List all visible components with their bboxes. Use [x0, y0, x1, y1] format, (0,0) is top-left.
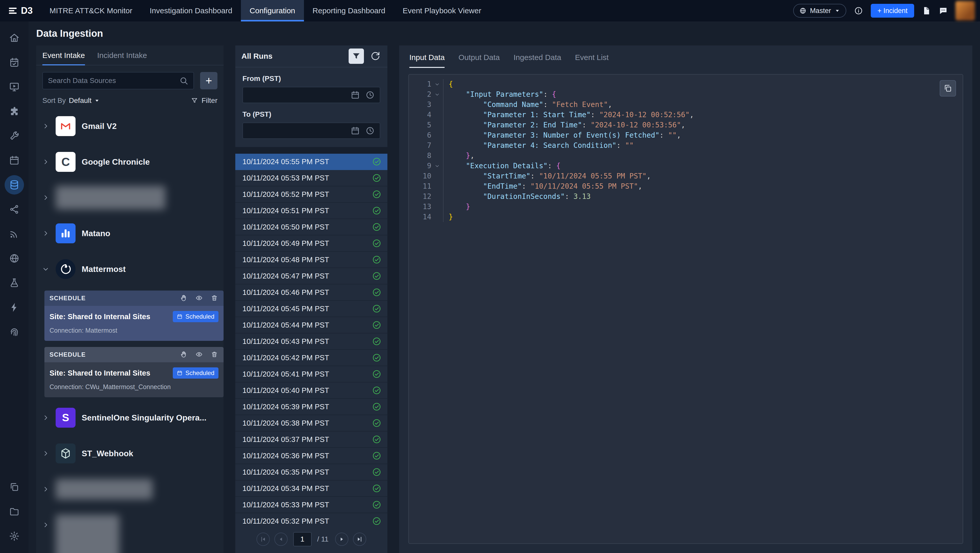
run-row[interactable]: 10/11/2024 05:42 PM PST	[235, 350, 387, 366]
nav-item-configuration[interactable]: Configuration	[241, 0, 304, 21]
tab-output-data[interactable]: Output Data	[458, 53, 500, 68]
from-datetime-input[interactable]	[242, 87, 380, 103]
data-source-row[interactable]	[39, 511, 224, 539]
environment-selector[interactable]: Master	[793, 4, 846, 18]
run-row[interactable]: 10/11/2024 05:32 PM PST	[235, 513, 387, 526]
rail-item-share-nodes[interactable]	[5, 200, 24, 219]
tab-incident-intake[interactable]: Incident Intake	[97, 51, 147, 65]
data-source-row[interactable]	[39, 183, 224, 212]
rail-item-gear[interactable]	[5, 526, 24, 546]
run-row[interactable]: 10/11/2024 05:49 PM PST	[235, 235, 387, 252]
rail-item-puzzle[interactable]	[5, 102, 24, 121]
run-row[interactable]: 10/11/2024 05:39 PM PST	[235, 399, 387, 415]
first-page-button[interactable]	[256, 532, 270, 546]
last-page-button[interactable]	[353, 532, 366, 546]
nav-item-investigation-dashboard[interactable]: Investigation Dashboard	[141, 0, 241, 21]
rail-item-database[interactable]	[5, 175, 24, 194]
rail-item-home[interactable]	[5, 28, 24, 48]
data-source-row[interactable]	[39, 475, 224, 504]
rail-item-fingerprint[interactable]	[5, 322, 24, 342]
info-icon[interactable]	[854, 6, 863, 15]
clock-icon[interactable]	[366, 126, 375, 135]
rail-item-tools[interactable]	[5, 126, 24, 145]
schedule-site-title: Site: Shared to Internal Sites	[49, 369, 150, 377]
chat-icon[interactable]	[939, 6, 948, 15]
run-row[interactable]: 10/11/2024 05:37 PM PST	[235, 432, 387, 448]
new-incident-button[interactable]: + Incident	[871, 4, 914, 18]
rail-item-broadcast[interactable]	[5, 224, 24, 244]
search-data-sources-box[interactable]	[42, 72, 194, 89]
fold-chevron-icon[interactable]	[431, 161, 444, 171]
nav-item-reporting-dashboard[interactable]: Reporting Dashboard	[304, 0, 394, 21]
schedule-action-hand[interactable]	[180, 351, 188, 359]
tab-event-intake[interactable]: Event Intake	[42, 51, 85, 65]
run-row[interactable]: 10/11/2024 05:53 PM PST	[235, 170, 387, 186]
add-data-source-button[interactable]: +	[200, 72, 218, 89]
run-row[interactable]: 10/11/2024 05:55 PM PST	[235, 154, 387, 170]
calendar-icon[interactable]	[351, 90, 360, 100]
refresh-button[interactable]	[370, 51, 381, 62]
data-source-row[interactable]: SSentinelOne Singularity Opera...	[39, 403, 224, 432]
run-row[interactable]: 10/11/2024 05:52 PM PST	[235, 186, 387, 203]
rail-item-flask[interactable]	[5, 273, 24, 293]
data-source-name: ST_Webhook	[82, 449, 133, 458]
rail-item-calendar[interactable]	[5, 151, 24, 170]
data-source-row[interactable]: Mattermost	[39, 255, 224, 284]
run-row[interactable]: 10/11/2024 05:46 PM PST	[235, 284, 387, 301]
data-source-row[interactable]: ST_Webhook	[39, 439, 224, 468]
copy-code-button[interactable]	[940, 80, 956, 97]
schedule-action-trash[interactable]	[211, 351, 218, 359]
calendar-icon[interactable]	[351, 126, 360, 135]
run-row[interactable]: 10/11/2024 05:40 PM PST	[235, 382, 387, 399]
schedule-action-eye[interactable]	[196, 351, 203, 359]
run-timestamp: 10/11/2024 05:42 PM PST	[242, 354, 329, 362]
previous-page-button[interactable]	[274, 532, 288, 546]
run-row[interactable]: 10/11/2024 05:34 PM PST	[235, 480, 387, 497]
schedule-action-hand[interactable]	[180, 294, 188, 302]
rail-item-calendar-check[interactable]	[5, 53, 24, 72]
schedule-action-eye[interactable]	[196, 294, 203, 302]
data-source-row[interactable]: CGoogle Chronicle	[39, 148, 224, 176]
nav-item-event-playbook-viewer[interactable]: Event Playbook Viewer	[394, 0, 490, 21]
clock-icon[interactable]	[366, 90, 375, 100]
data-source-row[interactable]: Matano	[39, 219, 224, 248]
run-row[interactable]: 10/11/2024 05:44 PM PST	[235, 317, 387, 333]
run-row[interactable]: 10/11/2024 05:47 PM PST	[235, 268, 387, 284]
rail-item-bolt[interactable]	[5, 298, 24, 317]
run-row[interactable]: 10/11/2024 05:51 PM PST	[235, 203, 387, 219]
run-row[interactable]: 10/11/2024 05:45 PM PST	[235, 301, 387, 317]
user-avatar[interactable]	[956, 1, 975, 21]
tab-event-list[interactable]: Event List	[575, 53, 609, 68]
run-row[interactable]: 10/11/2024 05:38 PM PST	[235, 415, 387, 432]
tab-ingested-data[interactable]: Ingested Data	[514, 53, 561, 68]
fold-chevron-icon[interactable]	[431, 79, 444, 89]
rail-item-globe[interactable]	[5, 249, 24, 268]
fold-chevron-icon[interactable]	[431, 89, 444, 100]
schedule-card[interactable]: SCHEDULESite: Shared to Internal SitesSc…	[45, 347, 224, 397]
rail-item-folder[interactable]	[5, 502, 24, 521]
schedule-action-trash[interactable]	[211, 294, 218, 302]
search-input[interactable]	[48, 76, 175, 85]
sort-by-value[interactable]: Default	[69, 97, 100, 105]
data-source-row[interactable]: Gmail V2	[39, 112, 224, 140]
nav-item-mitre-attck-monitor[interactable]: MITRE ATT&CK Monitor	[41, 0, 141, 21]
run-row[interactable]: 10/11/2024 05:48 PM PST	[235, 252, 387, 268]
d3-logo-icon	[8, 6, 18, 15]
runs-filter-button[interactable]	[348, 48, 364, 64]
schedule-card[interactable]: SCHEDULESite: Shared to Internal SitesSc…	[45, 290, 224, 341]
next-page-button[interactable]	[335, 532, 348, 546]
to-datetime-input[interactable]	[242, 123, 380, 139]
run-row[interactable]: 10/11/2024 05:41 PM PST	[235, 366, 387, 382]
tab-input-data[interactable]: Input Data	[409, 53, 445, 68]
run-row[interactable]: 10/11/2024 05:35 PM PST	[235, 464, 387, 480]
page-number-input[interactable]	[293, 532, 312, 547]
rail-item-monitor-play[interactable]	[5, 77, 24, 97]
rail-item-copy[interactable]	[5, 477, 24, 497]
run-row[interactable]: 10/11/2024 05:50 PM PST	[235, 219, 387, 235]
filter-button[interactable]: Filter	[191, 97, 218, 105]
run-row[interactable]: 10/11/2024 05:36 PM PST	[235, 448, 387, 464]
run-row[interactable]: 10/11/2024 05:43 PM PST	[235, 333, 387, 350]
calendar-check-icon	[9, 57, 20, 68]
run-row[interactable]: 10/11/2024 05:33 PM PST	[235, 497, 387, 513]
document-icon[interactable]	[922, 6, 931, 15]
